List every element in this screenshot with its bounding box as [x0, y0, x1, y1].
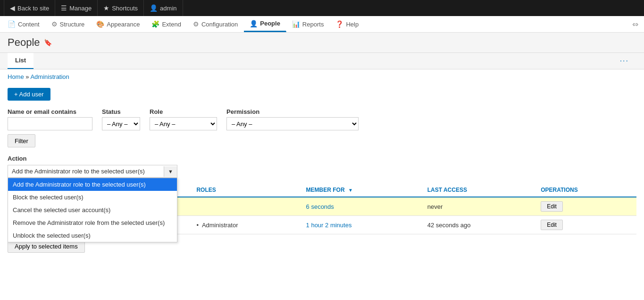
appearance-icon: 🎨: [96, 20, 104, 28]
content-icon: 📄: [8, 20, 16, 28]
role-filter-select[interactable]: – Any – Administrator Authenticated user: [150, 117, 217, 130]
action-dropdown-menu: Add the Administrator role to the select…: [8, 178, 177, 242]
shortcuts-button[interactable]: ★ Shortcuts: [98, 0, 144, 16]
row2-roles: • Administrator: [192, 216, 302, 234]
structure-icon: ⚙: [51, 20, 58, 28]
nav-item-extend[interactable]: 🧩 Extend: [146, 16, 187, 32]
nav-item-configuration[interactable]: ⚙ Configuration: [187, 16, 244, 32]
row2-operations: Edit: [537, 216, 636, 234]
status-filter-select[interactable]: – Any – Active Blocked: [102, 117, 140, 130]
admin-bar: ◀ Back to site ☰ Manage ★ Shortcuts 👤 ad…: [0, 0, 644, 16]
people-icon: 👤: [250, 20, 258, 27]
dropdown-item-cancel[interactable]: Cancel the selected user account(s): [8, 204, 177, 216]
row1-roles: [192, 197, 302, 216]
star-icon: ★: [103, 4, 109, 12]
row2-role-label: Administrator: [202, 222, 238, 229]
role-bullet-icon: •: [196, 222, 199, 229]
action-select-display[interactable]: Add the Administrator role to the select…: [8, 165, 164, 177]
help-icon: ❓: [335, 20, 343, 28]
row2-member-for: 1 hour 2 minutes: [302, 216, 424, 234]
permission-filter-label: Permission: [226, 108, 359, 115]
add-user-button[interactable]: + Add user: [8, 88, 50, 101]
row1-last-access: never: [424, 197, 537, 216]
member-for-sort-icon: ▼: [348, 188, 353, 193]
action-section: Action Add the Administrator role to the…: [8, 155, 636, 178]
status-filter-label: Status: [102, 108, 140, 115]
row2-last-access: 42 seconds ago: [424, 216, 537, 234]
permission-filter-field: Permission – Any –: [226, 108, 359, 130]
admin-user-button[interactable]: 👤 admin: [144, 0, 183, 16]
nav-item-help[interactable]: ❓ Help: [330, 16, 365, 32]
nav-item-appearance[interactable]: 🎨 Appearance: [91, 16, 146, 32]
role-filter-field: Role – Any – Administrator Authenticated…: [150, 108, 217, 130]
extend-icon: 🧩: [151, 20, 159, 28]
bookmark-icon[interactable]: 🔖: [44, 39, 52, 46]
row1-operations: Edit: [537, 197, 636, 216]
dropdown-item-remove-admin[interactable]: Remove the Administrator role from the s…: [8, 216, 177, 229]
action-label: Action: [8, 155, 636, 162]
reports-icon: 📊: [292, 20, 300, 28]
row2-edit-button[interactable]: Edit: [541, 220, 563, 230]
manage-button[interactable]: ☰ Manage: [55, 0, 98, 16]
role-filter-label: Role: [150, 108, 217, 115]
status-filter-field: Status – Any – Active Blocked: [102, 108, 140, 130]
name-filter-label: Name or email contains: [8, 108, 92, 115]
col-roles: ROLES: [192, 183, 302, 197]
breadcrumb-home[interactable]: Home: [8, 73, 24, 80]
manage-icon: ☰: [61, 4, 67, 12]
row1-edit-button[interactable]: Edit: [541, 201, 563, 212]
dropdown-item-add-admin[interactable]: Add the Administrator role to the select…: [8, 178, 177, 191]
nav-item-content[interactable]: 📄 Content: [2, 16, 46, 32]
back-to-site-button[interactable]: ◀ Back to site: [4, 0, 55, 16]
back-arrow-icon: ◀: [10, 4, 15, 12]
breadcrumb-current[interactable]: Administration: [30, 73, 69, 80]
dropdown-item-block[interactable]: Block the selected user(s): [8, 191, 177, 204]
user-icon: 👤: [150, 4, 158, 12]
nav-item-people[interactable]: 👤 People: [244, 16, 286, 32]
permission-filter-select[interactable]: – Any –: [226, 117, 359, 130]
row1-member-for: 6 seconds: [302, 197, 424, 216]
col-operations: OPERATIONS: [537, 183, 636, 197]
page-title: People: [8, 36, 40, 49]
nav-collapse-button[interactable]: ⇔: [628, 20, 642, 29]
action-select-wrapper[interactable]: Add the Administrator role to the select…: [8, 165, 177, 178]
configuration-icon: ⚙: [193, 20, 199, 28]
breadcrumb: Home » Administration: [0, 69, 644, 84]
tab-bar: List ···: [0, 53, 644, 69]
nav-item-reports[interactable]: 📊 Reports: [286, 16, 330, 32]
breadcrumb-separator: »: [25, 73, 29, 80]
main-nav: 📄 Content ⚙ Structure 🎨 Appearance 🧩 Ext…: [0, 16, 644, 33]
name-filter-input[interactable]: [8, 117, 92, 130]
tab-list[interactable]: List: [8, 53, 33, 69]
col-member-for[interactable]: MEMBER FOR ▼: [302, 183, 424, 197]
filter-row: Name or email contains Status – Any – Ac…: [8, 108, 636, 130]
dropdown-item-unblock[interactable]: Unblock the selected user(s): [8, 229, 177, 242]
name-filter-field: Name or email contains: [8, 108, 92, 130]
filter-button[interactable]: Filter: [8, 134, 35, 147]
content-area: + Add user Name or email contains Status…: [0, 84, 644, 257]
col-last-access: LAST ACCESS: [424, 183, 537, 197]
nav-item-structure[interactable]: ⚙ Structure: [46, 16, 91, 32]
filter-section: Name or email contains Status – Any – Ac…: [8, 108, 636, 147]
tab-more-button[interactable]: ···: [612, 53, 636, 69]
page-header: People 🔖: [0, 33, 644, 53]
action-dropdown-arrow[interactable]: ▼: [164, 166, 177, 177]
